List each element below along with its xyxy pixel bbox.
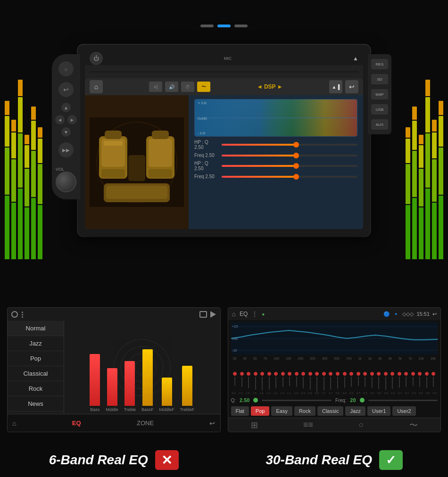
screen-clock-icon[interactable]: ⏱ [181, 82, 194, 92]
preset-rock-btn[interactable]: Rock [294, 406, 315, 416]
nav-skip-btn[interactable]: ▶▶ [58, 142, 74, 157]
map-button[interactable]: MAP [371, 89, 388, 99]
footer-home-btn[interactable]: ⌂ [12, 419, 16, 427]
pagination-dot-1[interactable] [200, 25, 214, 27]
screen-eq-icon[interactable]: ≡| [149, 82, 162, 92]
nav-back-btn[interactable]: ↩ [58, 82, 74, 97]
volume-knob[interactable] [56, 172, 76, 192]
preset-pop[interactable]: Pop [8, 351, 64, 366]
footer-eq-btn[interactable]: EQ [72, 419, 81, 427]
slider-col-18[interactable] [348, 372, 355, 392]
preset-news[interactable]: News [8, 396, 64, 411]
slider-col-20[interactable] [362, 372, 368, 392]
hp-q-slider[interactable] [222, 144, 357, 146]
slider-col-13[interactable] [314, 372, 321, 392]
footer-clock-icon[interactable]: ○ [358, 420, 364, 430]
slider-col-11[interactable] [300, 372, 307, 392]
slider-col-1[interactable] [232, 372, 239, 392]
slider-col-30[interactable] [430, 372, 437, 392]
preset-pop-btn[interactable]: Pop [251, 406, 270, 416]
hp-freq-slider[interactable] [222, 155, 357, 156]
nav-home-btn[interactable]: ⌂ [58, 61, 74, 76]
screen-volume-icon[interactable]: 🔊 [165, 82, 178, 92]
footer-grid-icon[interactable]: ⊞ [251, 420, 258, 430]
slider-dot-8 [281, 372, 285, 376]
preset-jazz[interactable]: Jazz [8, 336, 64, 351]
q-dot[interactable] [253, 398, 258, 403]
footer-zone-btn[interactable]: ZONE [137, 419, 154, 427]
slider-col-10[interactable] [293, 372, 300, 392]
power-button[interactable]: ⏻ [90, 52, 103, 65]
back-icon-30[interactable]: ↩ [432, 311, 437, 317]
preset-classic-btn[interactable]: Classic [317, 406, 343, 416]
hp-freq-thumb[interactable] [293, 153, 299, 158]
hp-q2-slider[interactable] [222, 165, 357, 167]
30band-icon: ✓ [379, 450, 403, 470]
pagination-dot-2[interactable] [217, 25, 231, 27]
preset-easy-btn[interactable]: Easy [271, 406, 292, 416]
slider-col-14[interactable] [321, 372, 327, 392]
hp-q-thumb[interactable] [293, 142, 299, 148]
slider-col-7[interactable] [273, 372, 280, 392]
footer-wave-icon[interactable]: 〜 [409, 419, 418, 431]
svg-text:-18: -18 [198, 131, 206, 135]
preset-jazz-btn[interactable]: Jazz [345, 406, 365, 416]
usb-button[interactable]: USB [371, 104, 388, 115]
slider-col-22[interactable] [375, 372, 382, 392]
slider-col-28[interactable] [416, 372, 423, 392]
freq-labels-row: 30 40 50 70 100 150 200 300 400 500 700 … [231, 357, 438, 360]
slider-col-25[interactable] [396, 372, 403, 392]
slider-dot-29 [425, 372, 429, 376]
slider-col-21[interactable] [369, 372, 375, 392]
slider-col-2[interactable] [239, 372, 245, 392]
slider-col-23[interactable] [382, 372, 389, 392]
freq-slider-track[interactable] [368, 400, 438, 401]
preset-normal[interactable]: Normal [8, 321, 64, 336]
q-slider-track[interactable] [262, 400, 331, 401]
slider-col-3[interactable] [246, 372, 252, 392]
screen-disc-btn[interactable]: ▲▐ [329, 80, 342, 93]
aux-button[interactable]: AUX [371, 119, 388, 130]
slider-col-9[interactable] [287, 372, 293, 392]
slider-col-12[interactable] [307, 372, 314, 392]
hp-q2-label: HP : Q 2.50 [194, 161, 218, 171]
hp-q2-thumb[interactable] [293, 163, 299, 169]
screen-back-btn[interactable]: ↩ [345, 80, 358, 93]
nav-down-btn[interactable]: ▼ [61, 127, 71, 137]
slider-col-26[interactable] [403, 372, 409, 392]
slider-col-6[interactable] [266, 372, 273, 392]
slider-col-5[interactable] [259, 372, 266, 392]
preset-user1-btn[interactable]: User1 [367, 406, 390, 416]
nav-left-btn[interactable]: ◄ [55, 115, 65, 124]
preset-rock[interactable]: Rock [8, 381, 64, 396]
freq-1k: 1k [358, 357, 361, 360]
footer-list-icon[interactable]: ≡≡ [303, 420, 313, 430]
sf-3: 2.0 [246, 392, 249, 395]
hp-freq2-slider[interactable] [222, 176, 357, 178]
sd-button[interactable]: SD [371, 74, 388, 84]
freq-200: 200 [298, 357, 304, 360]
slider-col-27[interactable] [410, 372, 416, 392]
slider-col-4[interactable] [252, 372, 259, 392]
footer-back-btn[interactable]: ↩ [209, 419, 215, 427]
preset-user2-btn[interactable]: User2 [392, 406, 415, 416]
screen-home-btn[interactable]: ⌂ [90, 80, 103, 93]
res-button[interactable]: RES [371, 59, 388, 69]
preset-classical[interactable]: Classical [8, 366, 64, 381]
nav-up-btn[interactable]: ▲ [61, 103, 71, 112]
slider-col-29[interactable] [423, 372, 430, 392]
eject-button[interactable]: ▲ [353, 55, 358, 62]
slider-col-16[interactable] [334, 372, 341, 392]
preset-flat-btn[interactable]: Flat [231, 406, 249, 416]
slider-col-19[interactable] [355, 372, 362, 392]
slider-col-8[interactable] [280, 372, 286, 392]
slider-col-24[interactable] [389, 372, 396, 392]
svg-rect-8 [149, 169, 172, 178]
pagination-dot-3[interactable] [234, 25, 248, 27]
hp-freq2-thumb[interactable] [293, 174, 299, 180]
freq-dot[interactable] [360, 398, 365, 403]
slider-col-15[interactable] [328, 372, 334, 392]
screen-wave-icon[interactable]: 〜 [197, 82, 210, 92]
nav-right-btn[interactable]: ► [67, 115, 77, 124]
slider-col-17[interactable] [341, 372, 348, 392]
